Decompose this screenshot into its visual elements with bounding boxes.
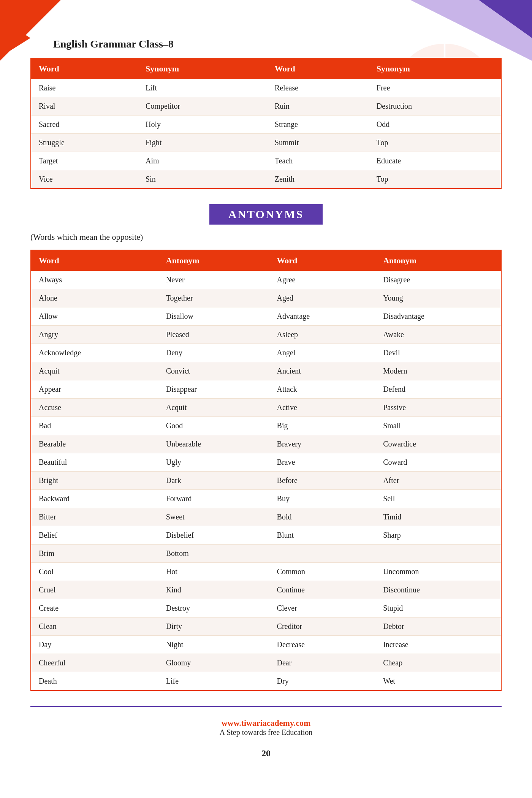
table-cell: Ancient [269,362,376,380]
table-cell: Modern [375,362,501,380]
table-cell: Uncommon [375,563,501,581]
table-cell: Advantage [269,307,376,326]
table-cell: Create [31,599,158,618]
table-row: AloneTogetherAgedYoung [31,289,501,307]
table-cell: Odd [369,116,501,134]
table-cell: Fight [138,134,267,152]
table-cell: Bearable [31,435,158,453]
table-cell: Sweet [158,508,269,526]
table-cell: Cowardice [375,435,501,453]
table-row: BitterSweetBoldTimid [31,508,501,526]
table-cell: Acquit [31,362,158,380]
table-cell: Belief [31,526,158,545]
table-cell: Raise [31,79,138,97]
table-row: DeathLifeDryWet [31,672,501,691]
table-row: CreateDestroyCleverStupid [31,599,501,618]
table-cell: Bravery [269,435,376,453]
table-cell: Night [158,636,269,654]
table-cell: Competitor [138,97,267,116]
table-cell [375,545,501,563]
table-cell: Cruel [31,581,158,599]
table-cell: Release [267,79,369,97]
table-cell: Sharp [375,526,501,545]
table-cell: Life [158,672,269,691]
table-cell: Continue [269,581,376,599]
table-cell: Acquit [158,399,269,417]
antonyms-title: ANTONYMS [209,204,323,225]
table-row: BearableUnbearableBraveryCowardice [31,435,501,453]
page-title: English Grammar Class–8 [30,8,502,58]
table-cell: Dirty [158,618,269,636]
table-row: BrimBottom [31,545,501,563]
table-cell: Strange [267,116,369,134]
table-cell: Dry [269,672,376,691]
table-row: CoolHotCommonUncommon [31,563,501,581]
table-cell: Discontinue [375,581,501,599]
table-cell: Coward [375,453,501,472]
table-cell: Backward [31,490,158,508]
table-row: BeautifulUglyBraveCoward [31,453,501,472]
table-cell: Sacred [31,116,138,134]
table-cell: Kind [158,581,269,599]
table-row: DayNightDecreaseIncrease [31,636,501,654]
footer-url: www.tiwariacademy.com [30,718,502,728]
table-cell: Gloomy [158,654,269,672]
table-cell: Decrease [269,636,376,654]
table-cell: Creditor [269,618,376,636]
synonyms-col-word1: Word [31,58,138,79]
table-row: StruggleFightSummitTop [31,134,501,152]
table-cell: Free [369,79,501,97]
table-cell: Disagree [375,271,501,289]
table-cell: Dear [269,654,376,672]
table-cell: Stupid [375,599,501,618]
table-cell: Destruction [369,97,501,116]
table-cell: Vice [31,170,138,189]
table-cell: Bottom [158,545,269,563]
table-cell: Sell [375,490,501,508]
table-cell: Wet [375,672,501,691]
table-cell: Ruin [267,97,369,116]
table-cell: Never [158,271,269,289]
antonyms-col-antonym2: Antonym [375,250,501,271]
table-cell: Educate [369,152,501,170]
table-row: AppearDisappearAttackDefend [31,380,501,399]
table-cell: Always [31,271,158,289]
table-cell: Debtor [375,618,501,636]
table-cell: Timid [375,508,501,526]
table-cell: Buy [269,490,376,508]
table-cell: Passive [375,399,501,417]
table-cell: Before [269,472,376,490]
table-cell: Bitter [31,508,158,526]
table-row: TargetAimTeachEducate [31,152,501,170]
table-row: ViceSinZenithTop [31,170,501,189]
table-row: SacredHolyStrangeOdd [31,116,501,134]
table-cell: Clever [269,599,376,618]
table-cell: Defend [375,380,501,399]
table-row: BeliefDisbeliefBluntSharp [31,526,501,545]
table-cell [269,545,376,563]
antonyms-col-word2: Word [269,250,376,271]
table-row: RivalCompetitorRuinDestruction [31,97,501,116]
table-cell: Blunt [269,526,376,545]
table-cell: Beautiful [31,453,158,472]
table-cell: Active [269,399,376,417]
table-row: AcquitConvictAncientModern [31,362,501,380]
table-cell: Aged [269,289,376,307]
table-cell: Hot [158,563,269,581]
antonyms-col-word1: Word [31,250,158,271]
table-cell: Cheap [375,654,501,672]
table-row: BrightDarkBeforeAfter [31,472,501,490]
synonyms-col-synonym1: Synonym [138,58,267,79]
table-cell: Disadvantage [375,307,501,326]
table-row: CruelKindContinueDiscontinue [31,581,501,599]
table-row: CleanDirtyCreditorDebtor [31,618,501,636]
table-row: CheerfulGloomyDearCheap [31,654,501,672]
table-cell: Angel [269,344,376,362]
table-cell: Bad [31,417,158,435]
table-cell: Big [269,417,376,435]
table-cell: Sin [138,170,267,189]
table-cell: Appear [31,380,158,399]
page-number: 20 [30,748,502,758]
table-cell: Convict [158,362,269,380]
table-row: AccuseAcquitActivePassive [31,399,501,417]
